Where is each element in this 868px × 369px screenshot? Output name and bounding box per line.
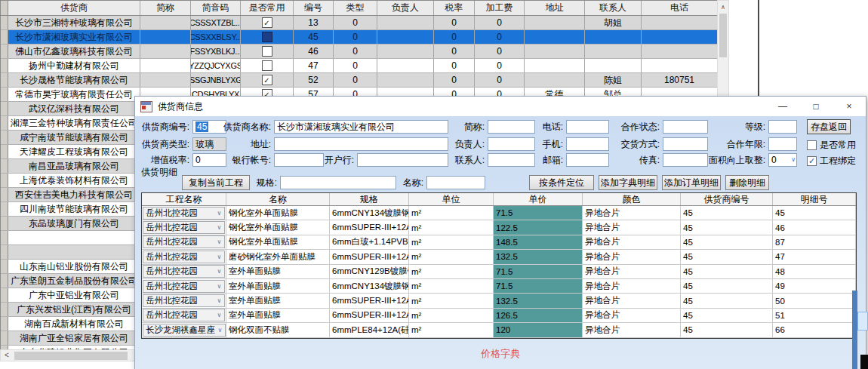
column-header[interactable]: 简音码 <box>191 1 241 15</box>
detail-column-header[interactable]: 规格 <box>330 193 409 205</box>
column-header[interactable]: 联系人 <box>585 1 642 15</box>
bank-account-input[interactable] <box>274 153 324 167</box>
detail-row[interactable]: 岳州北控花园∨磨砂钢化室外单面贴膜6mmSUPER-III+12A(硅...m²… <box>142 250 856 264</box>
common-used-checkbox[interactable]: 是否常用 <box>807 138 856 152</box>
column-header[interactable]: 税率 <box>434 1 475 15</box>
project-bind-checkbox[interactable]: ✓ 工程绑定 <box>807 154 856 168</box>
spec-filter-input[interactable] <box>280 176 396 189</box>
detail-row[interactable]: 岳州北控花园∨室外单面贴膜6mmCNY134镀膜钢化m²71.5异地合片4549 <box>142 279 856 294</box>
detail-row[interactable]: 岳州北控花园∨钢化室外单面贴膜6mm白玻+1.14PVB+6mm...m²148… <box>142 235 856 250</box>
cell: 长沙晟格节能玻璃有限公司 <box>8 73 140 87</box>
detail-column-header[interactable]: 名称 <box>226 193 330 205</box>
supplier-row[interactable]: 扬州中勤建材有限公司YZZQJCYXGS47000 <box>1 59 719 73</box>
delivery-mode-label: 交货方式: <box>607 137 660 151</box>
cell: 常德市昊宇玻璃有限责任公司 <box>8 88 140 101</box>
cell-project: 岳州北控花园∨ <box>142 250 226 263</box>
supplier-name-input[interactable]: 长沙市潇湘玻璃实业有限公司 <box>274 120 448 134</box>
cell: 咸宁南玻节能玻璃有限公司 <box>8 131 140 144</box>
cell: 0 <box>475 45 525 58</box>
column-header[interactable]: 电话 <box>642 1 718 15</box>
project-combo[interactable]: 岳州北控花园∨ <box>143 221 225 234</box>
grade-input[interactable] <box>768 120 797 134</box>
project-combo[interactable]: 岳州北控花园∨ <box>143 294 225 307</box>
cell-color: 异地合片 <box>583 294 681 307</box>
column-header[interactable]: 简称 <box>140 1 191 15</box>
detail-column-header[interactable]: 单价 <box>494 193 583 205</box>
supplier-row[interactable]: 佛山市亿鑫玻璃科技有限公司FSSYXBLKJ...46000 <box>1 45 719 59</box>
area-roundup-select[interactable]: 0 ∨ <box>768 153 797 167</box>
project-combo[interactable]: 岳州北控花园∨ <box>143 207 225 220</box>
cell-spec: 6mmSUPER-III+12A(硅... <box>330 309 409 322</box>
price-dictionary-link[interactable]: 价格字典 <box>135 347 866 361</box>
common-used-checkbox[interactable] <box>262 32 272 42</box>
detail-row[interactable]: 岳州北控花园∨钢化室外单面贴膜6mmSUPER-III+12A(硅...m²12… <box>142 220 856 235</box>
phone-input[interactable] <box>566 120 609 134</box>
copy-current-project-button[interactable]: 复制当前工程 <box>182 175 250 190</box>
scroll-up-icon[interactable]: ∧ <box>718 1 728 13</box>
cell-price: 71.5 <box>494 265 583 278</box>
add-order-detail-button[interactable]: 添加订单明细 <box>662 175 721 190</box>
common-used-checkbox[interactable] <box>262 46 272 57</box>
supplier-row[interactable]: 长沙市潇湘玻璃实业有限公司CSSXXBLSY...45000 <box>1 30 719 45</box>
project-combo[interactable]: 岳州北控花园∨ <box>143 235 225 248</box>
detail-column-header[interactable]: 工程名称 <box>142 193 226 205</box>
maximize-button[interactable]: □ <box>799 97 833 116</box>
delete-detail-button[interactable]: 删除明细 <box>725 175 769 190</box>
detail-row[interactable]: 长沙龙湖祺鑫星座∨钢化双面不贴膜6mmPLE84+12A(硅酮胶...m²120… <box>142 323 856 337</box>
supplier-row[interactable]: 长沙市三湘特种玻璃有限公司CSSSXTZBL...✓13000胡姐 <box>1 16 719 30</box>
column-header[interactable]: 地址 <box>525 1 585 15</box>
cell <box>140 45 191 58</box>
name-filter-label: 名称: <box>399 176 423 189</box>
cell <box>377 59 434 72</box>
detail-row[interactable]: 岳州北控花园∨钢化室外单面贴膜6mmCNY134镀膜钢化m²71.5异地合片45… <box>142 206 856 220</box>
close-button[interactable]: × <box>833 97 866 116</box>
cell <box>1 73 8 87</box>
column-header[interactable]: 负责人 <box>377 1 434 15</box>
project-combo[interactable]: 岳州北控花园∨ <box>143 309 225 321</box>
scrollbar-thumb[interactable] <box>14 352 128 360</box>
cell-name: 钢化室外单面贴膜 <box>226 235 330 249</box>
add-dictionary-detail-button[interactable]: 添加字典明细 <box>599 175 657 190</box>
address-input[interactable] <box>274 137 448 151</box>
common-used-checkbox[interactable] <box>262 60 272 71</box>
contact-label: 联系人: <box>433 153 485 167</box>
cell-name: 钢化室外单面贴膜 <box>226 220 330 234</box>
mobile-input[interactable] <box>566 137 609 151</box>
save-return-button[interactable]: 存盘返回 <box>807 119 851 134</box>
name-filter-input[interactable] <box>426 176 485 189</box>
common-used-checkbox[interactable]: ✓ <box>262 75 272 85</box>
column-header[interactable]: 编号 <box>294 1 334 15</box>
detail-column-header[interactable]: 明细号 <box>773 193 856 205</box>
column-header[interactable]: 是否常用 <box>241 1 294 15</box>
scrollbar-thumb[interactable] <box>719 14 727 57</box>
cell: 0 <box>434 16 475 29</box>
cell <box>1 16 8 29</box>
minimize-button[interactable]: — <box>766 97 799 116</box>
coop-years-input[interactable] <box>768 137 797 151</box>
checkbox-label: 工程绑定 <box>820 155 856 168</box>
column-header[interactable]: 加工费 <box>475 1 525 15</box>
locate-by-condition-button[interactable]: 按条件定位 <box>529 175 594 190</box>
scroll-left-icon[interactable]: < <box>1 350 13 361</box>
cell: 0 <box>434 73 475 87</box>
cell <box>377 30 434 44</box>
common-used-checkbox[interactable]: ✓ <box>262 17 272 28</box>
column-header[interactable]: 供货商 <box>8 1 140 15</box>
project-name: 长沙龙湖祺鑫星座 <box>143 324 215 336</box>
project-combo[interactable]: 岳州北控花园∨ <box>143 265 225 278</box>
detail-column-header[interactable]: 单位 <box>409 193 494 205</box>
project-combo[interactable]: 岳州北控花园∨ <box>143 280 225 293</box>
cell: CSSXXBLSY... <box>191 30 241 44</box>
column-header[interactable]: 类型 <box>334 1 377 15</box>
detail-column-header[interactable]: 颜色 <box>583 193 681 205</box>
email-input[interactable] <box>566 153 609 167</box>
detail-row[interactable]: 岳州北控花园∨室外单面贴膜6mmSUPER-III+12A(硅...m²132.… <box>142 294 856 308</box>
detail-row[interactable]: 岳州北控花园∨室外单面贴膜6mmSUPER-III+12A(硅...m²126.… <box>142 309 856 323</box>
project-combo[interactable]: 岳州北控花园∨ <box>143 251 225 263</box>
dialog-titlebar[interactable]: 供货商信息 — □ × <box>135 97 866 116</box>
project-combo[interactable]: 长沙龙湖祺鑫星座∨ <box>143 324 226 337</box>
detail-column-header[interactable]: 供货商编号 <box>681 193 773 205</box>
cell <box>1 288 8 302</box>
detail-row[interactable]: 岳州北控花园∨室外单面贴膜6mmCNY129B镀膜钢化m²71.5异地合片454… <box>142 265 856 279</box>
supplier-row[interactable]: 长沙晟格节能玻璃有限公司CSSGJNBLYXGS✓52000陈姐180751 <box>1 73 719 88</box>
